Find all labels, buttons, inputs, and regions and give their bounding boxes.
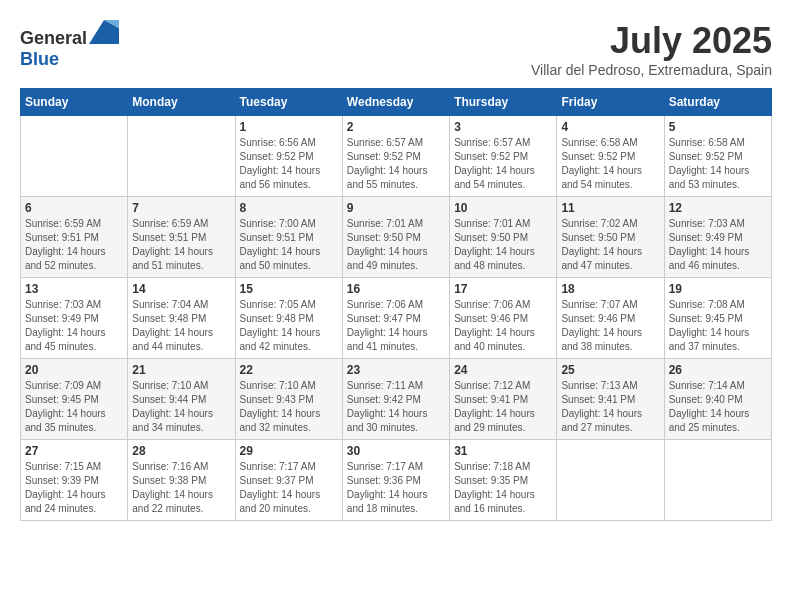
day-info: Sunrise: 7:04 AMSunset: 9:48 PMDaylight:…: [132, 298, 230, 354]
calendar-cell: 22Sunrise: 7:10 AMSunset: 9:43 PMDayligh…: [235, 359, 342, 440]
calendar-cell: 26Sunrise: 7:14 AMSunset: 9:40 PMDayligh…: [664, 359, 771, 440]
day-info: Sunrise: 7:06 AMSunset: 9:47 PMDaylight:…: [347, 298, 445, 354]
day-info: Sunrise: 7:12 AMSunset: 9:41 PMDaylight:…: [454, 379, 552, 435]
calendar-cell: 4Sunrise: 6:58 AMSunset: 9:52 PMDaylight…: [557, 116, 664, 197]
weekday-header-friday: Friday: [557, 89, 664, 116]
day-number: 31: [454, 444, 552, 458]
day-info: Sunrise: 7:03 AMSunset: 9:49 PMDaylight:…: [25, 298, 123, 354]
day-info: Sunrise: 6:59 AMSunset: 9:51 PMDaylight:…: [25, 217, 123, 273]
day-number: 15: [240, 282, 338, 296]
calendar-week-row: 20Sunrise: 7:09 AMSunset: 9:45 PMDayligh…: [21, 359, 772, 440]
day-info: Sunrise: 7:01 AMSunset: 9:50 PMDaylight:…: [454, 217, 552, 273]
calendar-cell: 3Sunrise: 6:57 AMSunset: 9:52 PMDaylight…: [450, 116, 557, 197]
day-info: Sunrise: 6:59 AMSunset: 9:51 PMDaylight:…: [132, 217, 230, 273]
calendar-cell: 29Sunrise: 7:17 AMSunset: 9:37 PMDayligh…: [235, 440, 342, 521]
day-number: 4: [561, 120, 659, 134]
calendar-cell: 9Sunrise: 7:01 AMSunset: 9:50 PMDaylight…: [342, 197, 449, 278]
day-number: 21: [132, 363, 230, 377]
calendar-cell: 16Sunrise: 7:06 AMSunset: 9:47 PMDayligh…: [342, 278, 449, 359]
day-number: 24: [454, 363, 552, 377]
calendar-cell: 30Sunrise: 7:17 AMSunset: 9:36 PMDayligh…: [342, 440, 449, 521]
logo-blue: Blue: [20, 49, 59, 69]
day-info: Sunrise: 6:57 AMSunset: 9:52 PMDaylight:…: [454, 136, 552, 192]
calendar-cell: 6Sunrise: 6:59 AMSunset: 9:51 PMDaylight…: [21, 197, 128, 278]
day-number: 19: [669, 282, 767, 296]
day-info: Sunrise: 7:05 AMSunset: 9:48 PMDaylight:…: [240, 298, 338, 354]
day-info: Sunrise: 7:15 AMSunset: 9:39 PMDaylight:…: [25, 460, 123, 516]
day-number: 14: [132, 282, 230, 296]
calendar-cell: 15Sunrise: 7:05 AMSunset: 9:48 PMDayligh…: [235, 278, 342, 359]
day-number: 13: [25, 282, 123, 296]
day-number: 20: [25, 363, 123, 377]
calendar-cell: [664, 440, 771, 521]
day-number: 7: [132, 201, 230, 215]
day-number: 28: [132, 444, 230, 458]
weekday-header-saturday: Saturday: [664, 89, 771, 116]
page-header: General Blue July 2025 Villar del Pedros…: [20, 20, 772, 78]
day-info: Sunrise: 7:06 AMSunset: 9:46 PMDaylight:…: [454, 298, 552, 354]
calendar-cell: 11Sunrise: 7:02 AMSunset: 9:50 PMDayligh…: [557, 197, 664, 278]
day-number: 16: [347, 282, 445, 296]
month-title: July 2025: [531, 20, 772, 62]
calendar-cell: 10Sunrise: 7:01 AMSunset: 9:50 PMDayligh…: [450, 197, 557, 278]
calendar-cell: 17Sunrise: 7:06 AMSunset: 9:46 PMDayligh…: [450, 278, 557, 359]
day-info: Sunrise: 7:11 AMSunset: 9:42 PMDaylight:…: [347, 379, 445, 435]
weekday-header-wednesday: Wednesday: [342, 89, 449, 116]
calendar-cell: 21Sunrise: 7:10 AMSunset: 9:44 PMDayligh…: [128, 359, 235, 440]
weekday-header-row: SundayMondayTuesdayWednesdayThursdayFrid…: [21, 89, 772, 116]
logo-icon: [89, 20, 119, 44]
day-info: Sunrise: 7:07 AMSunset: 9:46 PMDaylight:…: [561, 298, 659, 354]
calendar-cell: 5Sunrise: 6:58 AMSunset: 9:52 PMDaylight…: [664, 116, 771, 197]
day-info: Sunrise: 7:17 AMSunset: 9:37 PMDaylight:…: [240, 460, 338, 516]
day-info: Sunrise: 7:10 AMSunset: 9:44 PMDaylight:…: [132, 379, 230, 435]
day-info: Sunrise: 6:58 AMSunset: 9:52 PMDaylight:…: [561, 136, 659, 192]
calendar-cell: 25Sunrise: 7:13 AMSunset: 9:41 PMDayligh…: [557, 359, 664, 440]
calendar-cell: [21, 116, 128, 197]
day-info: Sunrise: 6:56 AMSunset: 9:52 PMDaylight:…: [240, 136, 338, 192]
calendar-week-row: 13Sunrise: 7:03 AMSunset: 9:49 PMDayligh…: [21, 278, 772, 359]
calendar-cell: 24Sunrise: 7:12 AMSunset: 9:41 PMDayligh…: [450, 359, 557, 440]
calendar-cell: 28Sunrise: 7:16 AMSunset: 9:38 PMDayligh…: [128, 440, 235, 521]
calendar-cell: 1Sunrise: 6:56 AMSunset: 9:52 PMDaylight…: [235, 116, 342, 197]
day-number: 25: [561, 363, 659, 377]
day-number: 11: [561, 201, 659, 215]
weekday-header-monday: Monday: [128, 89, 235, 116]
day-info: Sunrise: 7:14 AMSunset: 9:40 PMDaylight:…: [669, 379, 767, 435]
calendar-cell: 12Sunrise: 7:03 AMSunset: 9:49 PMDayligh…: [664, 197, 771, 278]
day-info: Sunrise: 7:00 AMSunset: 9:51 PMDaylight:…: [240, 217, 338, 273]
weekday-header-sunday: Sunday: [21, 89, 128, 116]
calendar-week-row: 6Sunrise: 6:59 AMSunset: 9:51 PMDaylight…: [21, 197, 772, 278]
calendar-cell: 20Sunrise: 7:09 AMSunset: 9:45 PMDayligh…: [21, 359, 128, 440]
title-block: July 2025 Villar del Pedroso, Extremadur…: [531, 20, 772, 78]
calendar-cell: [128, 116, 235, 197]
day-info: Sunrise: 7:13 AMSunset: 9:41 PMDaylight:…: [561, 379, 659, 435]
day-number: 26: [669, 363, 767, 377]
weekday-header-thursday: Thursday: [450, 89, 557, 116]
day-number: 2: [347, 120, 445, 134]
calendar-cell: 8Sunrise: 7:00 AMSunset: 9:51 PMDaylight…: [235, 197, 342, 278]
day-number: 18: [561, 282, 659, 296]
calendar-cell: 14Sunrise: 7:04 AMSunset: 9:48 PMDayligh…: [128, 278, 235, 359]
day-number: 22: [240, 363, 338, 377]
day-number: 3: [454, 120, 552, 134]
day-number: 12: [669, 201, 767, 215]
location-title: Villar del Pedroso, Extremadura, Spain: [531, 62, 772, 78]
day-info: Sunrise: 7:02 AMSunset: 9:50 PMDaylight:…: [561, 217, 659, 273]
day-number: 10: [454, 201, 552, 215]
day-info: Sunrise: 7:10 AMSunset: 9:43 PMDaylight:…: [240, 379, 338, 435]
day-number: 8: [240, 201, 338, 215]
day-info: Sunrise: 7:01 AMSunset: 9:50 PMDaylight:…: [347, 217, 445, 273]
logo: General Blue: [20, 20, 119, 70]
day-number: 29: [240, 444, 338, 458]
calendar-cell: [557, 440, 664, 521]
calendar-cell: 18Sunrise: 7:07 AMSunset: 9:46 PMDayligh…: [557, 278, 664, 359]
day-number: 9: [347, 201, 445, 215]
day-info: Sunrise: 7:03 AMSunset: 9:49 PMDaylight:…: [669, 217, 767, 273]
calendar-table: SundayMondayTuesdayWednesdayThursdayFrid…: [20, 88, 772, 521]
day-info: Sunrise: 6:57 AMSunset: 9:52 PMDaylight:…: [347, 136, 445, 192]
day-number: 27: [25, 444, 123, 458]
day-info: Sunrise: 7:17 AMSunset: 9:36 PMDaylight:…: [347, 460, 445, 516]
day-number: 1: [240, 120, 338, 134]
day-info: Sunrise: 6:58 AMSunset: 9:52 PMDaylight:…: [669, 136, 767, 192]
day-number: 30: [347, 444, 445, 458]
